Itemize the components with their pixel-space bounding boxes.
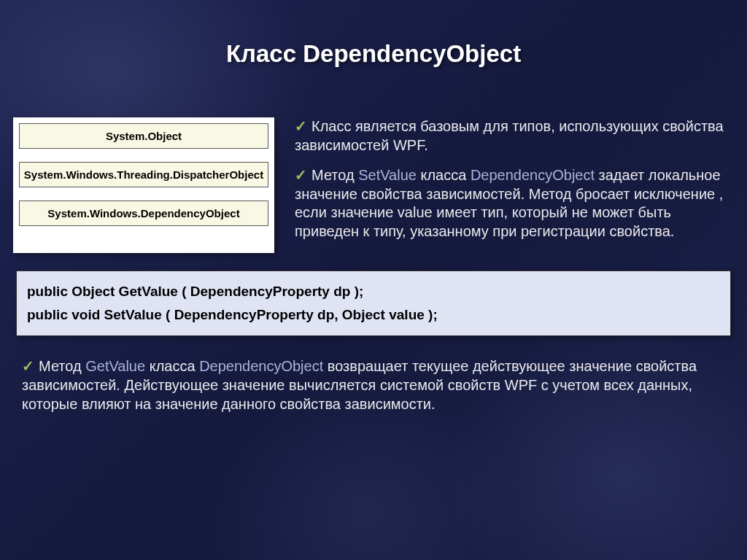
diagram-box-2: System.Windows.Threading.DispatcherObjec… [19,162,268,187]
description-text: ✓Класс является базовым для типов, испол… [274,117,734,253]
diagram-box-1: System.Object [19,123,268,149]
slide-title: Класс DependencyObject [0,0,747,68]
bullet-1-text: Класс является базовым для типов, исполь… [295,118,724,153]
content-row: System.Object System.Windows.Threading.D… [0,117,747,253]
class-hierarchy-diagram: System.Object System.Windows.Threading.D… [13,117,274,253]
bullet-2: ✓Метод SetValue класса DependencyObject … [295,166,727,241]
bottom-method: GetValue [85,358,145,374]
bottom-mid: класса [145,358,199,374]
b2-pre: Метод [311,167,358,183]
check-icon: ✓ [295,118,307,134]
b2-method: SetValue [358,167,417,183]
bottom-bullet: ✓Метод GetValue класса DependencyObject … [22,357,725,413]
b2-class: DependencyObject [471,167,595,183]
b2-mid: класса [417,167,471,183]
code-line-1: public Object GetValue ( DependencyPrope… [27,280,720,303]
check-icon: ✓ [22,358,34,374]
bottom-pre: Метод [39,358,85,374]
bottom-class: DependencyObject [199,358,323,374]
code-signatures: public Object GetValue ( DependencyPrope… [16,271,731,337]
diagram-box-3: System.Windows.DependencyObject [19,201,268,226]
bullet-1: ✓Класс является базовым для типов, испол… [295,117,727,155]
check-icon: ✓ [295,167,307,183]
code-line-2: public void SetValue ( DependencyPropert… [27,303,720,327]
